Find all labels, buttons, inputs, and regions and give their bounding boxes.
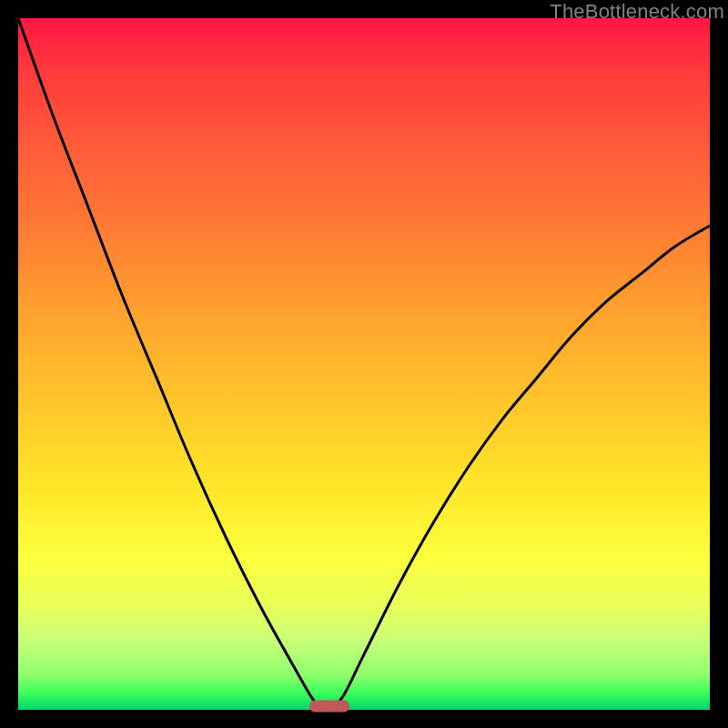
bottleneck-curve	[18, 18, 710, 710]
chart-frame	[18, 18, 710, 710]
curve-right-branch	[329, 226, 710, 710]
optimum-marker	[309, 701, 349, 713]
curve-left-branch	[18, 18, 329, 710]
